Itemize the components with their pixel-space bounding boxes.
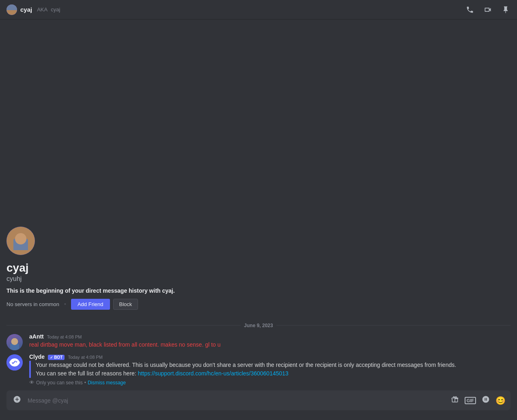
message-header-2: Clyde ✓ BOT Today at 4:08 PM (29, 354, 511, 360)
messages-container: cyaj cyuhj This is the beginning of your… (0, 19, 517, 390)
dot-separator: • (64, 301, 66, 307)
dot: • (84, 380, 86, 386)
message-content-1: aAntt Today at 4:08 PM real dirtbag move… (29, 333, 511, 350)
top-bar-left: cyaj AKA cyaj (6, 4, 60, 15)
dm-username: cyaj (20, 6, 32, 13)
date-divider-text: June 9, 2023 (244, 323, 273, 328)
date-divider-line-right (276, 325, 511, 326)
chat-area: cyaj cyuhj This is the beginning of your… (0, 19, 517, 420)
message-author-1: aAntt (29, 333, 44, 340)
dm-intro-avatar (6, 227, 35, 255)
pin-icon[interactable] (501, 5, 511, 15)
intro-period: . (173, 287, 175, 294)
message-time-1: Today at 4:08 PM (47, 334, 82, 339)
add-friend-button[interactable]: Add Friend (71, 299, 110, 310)
dm-intro-actions: No servers in common • Add Friend Block (6, 299, 511, 310)
sticker-icon[interactable] (482, 395, 490, 405)
message-author-2: Clyde (29, 354, 45, 360)
message-text-1: real dirtbag move man, black listed from… (29, 341, 511, 349)
bot-badge-check: ✓ (50, 356, 53, 360)
only-you-text: Only you can see this (36, 380, 83, 386)
top-bar-actions (465, 5, 511, 15)
clyde-line1: Your message could not be delivered. Thi… (36, 361, 511, 369)
aka-label: AKA (37, 6, 47, 13)
message-input[interactable] (28, 392, 446, 409)
emoji-icon[interactable]: 😊 (495, 396, 506, 405)
dismiss-link[interactable]: Dismiss message (88, 380, 126, 386)
bottom-spacer (0, 387, 517, 390)
gift-icon[interactable] (451, 395, 459, 405)
clyde-support-link[interactable]: https://support.discord.com/hc/en-us/art… (138, 370, 289, 377)
avatar-clyde (6, 354, 23, 371)
eye-icon: 👁 (29, 379, 34, 386)
dm-intro: cyaj cyuhj This is the beginning of your… (0, 220, 517, 316)
dm-user-avatar (6, 4, 17, 15)
date-divider-line-left (6, 325, 241, 326)
no-servers-text: No servers in common (6, 301, 59, 307)
message-group-1: aAntt Today at 4:08 PM real dirtbag move… (0, 332, 517, 352)
chat-input-actions: GIF 😊 (451, 395, 506, 405)
aka-name: cyaj (51, 6, 60, 13)
chat-input-wrapper: GIF 😊 (6, 390, 511, 410)
video-icon[interactable] (483, 5, 493, 15)
only-you-see: 👁 Only you can see this • Dismiss messag… (29, 379, 511, 386)
message-header-1: aAntt Today at 4:08 PM (29, 333, 511, 340)
date-divider: June 9, 2023 (0, 319, 517, 332)
message-content-2: Clyde ✓ BOT Today at 4:08 PM Your messag… (29, 354, 511, 386)
avatar-aAntt (6, 334, 23, 350)
add-attachment-button[interactable] (11, 390, 23, 410)
phone-icon[interactable] (465, 5, 475, 15)
dm-intro-displayname: cyaj (6, 261, 511, 274)
intro-name-bold: cyaj (162, 287, 173, 294)
chat-input-area: GIF 😊 (0, 390, 517, 420)
message-group-2: Clyde ✓ BOT Today at 4:08 PM Your messag… (0, 352, 517, 388)
clyde-line2: You can see the full list of reasons her… (36, 369, 511, 378)
message-time-2: Today at 4:08 PM (68, 355, 103, 360)
dm-intro-text: This is the beginning of your direct mes… (6, 287, 511, 294)
block-button[interactable]: Block (113, 299, 138, 310)
clyde-line2-prefix: You can see the full list of reasons her… (36, 370, 138, 377)
clyde-message-body: Your message could not be delivered. Thi… (29, 361, 511, 378)
dm-intro-username: cyuhj (6, 275, 511, 283)
top-bar: cyaj AKA cyaj (0, 0, 517, 19)
intro-prefix: This is the beginning of your direct mes… (6, 287, 162, 294)
bot-badge-label: BOT (54, 355, 62, 360)
gif-icon[interactable]: GIF (465, 397, 476, 404)
bot-badge: ✓ BOT (48, 355, 65, 360)
